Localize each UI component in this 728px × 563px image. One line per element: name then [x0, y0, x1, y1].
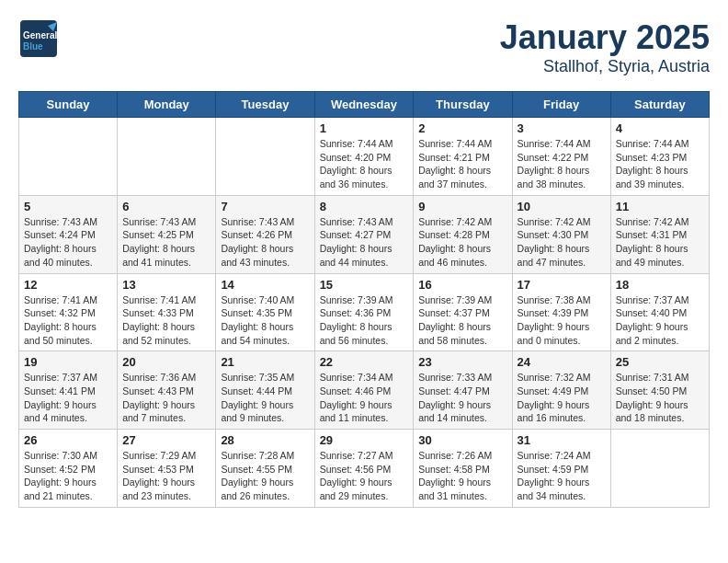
day-number: 1: [320, 121, 409, 135]
day-number: 15: [320, 278, 409, 292]
title-block: January 2025 Stallhof, Styria, Austria: [500, 18, 710, 76]
day-number: 21: [221, 355, 309, 369]
day-number: 14: [221, 278, 309, 292]
calendar-cell: 4Sunrise: 7:44 AMSunset: 4:23 PMDaylight…: [610, 118, 709, 196]
day-info: Sunrise: 7:41 AMSunset: 4:32 PMDaylight:…: [24, 293, 112, 348]
day-number: 9: [418, 200, 506, 213]
calendar-cell: 25Sunrise: 7:31 AMSunset: 4:50 PMDayligh…: [610, 351, 709, 430]
calendar-cell: 15Sunrise: 7:39 AMSunset: 4:36 PMDayligh…: [314, 273, 414, 351]
day-number: 12: [24, 278, 112, 292]
day-info: Sunrise: 7:39 AMSunset: 4:36 PMDaylight:…: [320, 293, 409, 348]
day-number: 19: [24, 355, 112, 369]
day-info: Sunrise: 7:31 AMSunset: 4:50 PMDaylight:…: [616, 371, 704, 425]
calendar-cell: 26Sunrise: 7:30 AMSunset: 4:52 PMDayligh…: [19, 430, 118, 508]
calendar-cell: 17Sunrise: 7:38 AMSunset: 4:39 PMDayligh…: [512, 273, 610, 351]
day-number: 7: [221, 200, 309, 213]
day-info: Sunrise: 7:41 AMSunset: 4:33 PMDaylight:…: [122, 293, 210, 348]
day-info: Sunrise: 7:43 AMSunset: 4:25 PMDaylight:…: [122, 215, 210, 270]
calendar-cell: 14Sunrise: 7:40 AMSunset: 4:35 PMDayligh…: [216, 273, 314, 351]
day-info: Sunrise: 7:30 AMSunset: 4:52 PMDaylight:…: [24, 449, 112, 503]
calendar-cell: 18Sunrise: 7:37 AMSunset: 4:40 PMDayligh…: [610, 273, 709, 351]
calendar-cell: 5Sunrise: 7:43 AMSunset: 4:24 PMDaylight…: [19, 195, 118, 273]
svg-text:Blue: Blue: [23, 41, 43, 52]
calendar-cell: 7Sunrise: 7:43 AMSunset: 4:26 PMDaylight…: [216, 195, 314, 273]
day-info: Sunrise: 7:27 AMSunset: 4:56 PMDaylight:…: [320, 449, 409, 503]
calendar-cell: [216, 118, 314, 196]
calendar-cell: [610, 430, 709, 508]
calendar-table: SundayMondayTuesdayWednesdayThursdayFrid…: [18, 91, 710, 508]
day-number: 28: [221, 433, 309, 447]
day-info: Sunrise: 7:38 AMSunset: 4:39 PMDaylight:…: [518, 293, 606, 348]
calendar-cell: 22Sunrise: 7:34 AMSunset: 4:46 PMDayligh…: [314, 351, 414, 430]
calendar-cell: 31Sunrise: 7:24 AMSunset: 4:59 PMDayligh…: [512, 430, 610, 508]
day-number: 3: [518, 121, 606, 135]
logo-icon: General Blue: [18, 18, 59, 59]
calendar-cell: 9Sunrise: 7:42 AMSunset: 4:28 PMDaylight…: [414, 195, 512, 273]
calendar-cell: 11Sunrise: 7:42 AMSunset: 4:31 PMDayligh…: [610, 195, 709, 273]
calendar-cell: 8Sunrise: 7:43 AMSunset: 4:27 PMDaylight…: [314, 195, 414, 273]
calendar-cell: 1Sunrise: 7:44 AMSunset: 4:20 PMDaylight…: [314, 118, 414, 196]
day-info: Sunrise: 7:36 AMSunset: 4:43 PMDaylight:…: [122, 371, 210, 425]
weekday-header-saturday: Saturday: [610, 92, 709, 118]
calendar-cell: 19Sunrise: 7:37 AMSunset: 4:41 PMDayligh…: [19, 351, 118, 430]
day-number: 11: [616, 200, 704, 213]
page-header: General Blue January 2025 Stallhof, Styr…: [18, 18, 710, 76]
day-number: 4: [616, 121, 704, 135]
weekday-header-thursday: Thursday: [414, 92, 512, 118]
day-info: Sunrise: 7:44 AMSunset: 4:21 PMDaylight:…: [418, 137, 506, 191]
calendar-cell: 2Sunrise: 7:44 AMSunset: 4:21 PMDaylight…: [414, 118, 512, 196]
day-number: 6: [122, 200, 210, 213]
day-info: Sunrise: 7:37 AMSunset: 4:41 PMDaylight:…: [24, 371, 112, 425]
calendar-cell: 16Sunrise: 7:39 AMSunset: 4:37 PMDayligh…: [414, 273, 512, 351]
day-info: Sunrise: 7:28 AMSunset: 4:55 PMDaylight:…: [221, 449, 309, 503]
day-info: Sunrise: 7:43 AMSunset: 4:26 PMDaylight:…: [221, 215, 309, 270]
day-info: Sunrise: 7:34 AMSunset: 4:46 PMDaylight:…: [320, 371, 409, 425]
day-info: Sunrise: 7:42 AMSunset: 4:28 PMDaylight:…: [418, 215, 506, 270]
day-number: 23: [418, 355, 506, 369]
weekday-header-tuesday: Tuesday: [216, 92, 314, 118]
weekday-header-sunday: Sunday: [19, 92, 118, 118]
calendar-cell: [118, 118, 216, 196]
calendar-header: SundayMondayTuesdayWednesdayThursdayFrid…: [19, 92, 710, 118]
day-number: 31: [518, 433, 606, 447]
day-info: Sunrise: 7:44 AMSunset: 4:23 PMDaylight:…: [616, 137, 704, 191]
calendar-cell: 12Sunrise: 7:41 AMSunset: 4:32 PMDayligh…: [19, 273, 118, 351]
day-info: Sunrise: 7:43 AMSunset: 4:24 PMDaylight:…: [24, 215, 112, 270]
day-info: Sunrise: 7:44 AMSunset: 4:20 PMDaylight:…: [320, 137, 409, 191]
day-info: Sunrise: 7:37 AMSunset: 4:40 PMDaylight:…: [616, 293, 704, 348]
calendar-cell: 21Sunrise: 7:35 AMSunset: 4:44 PMDayligh…: [216, 351, 314, 430]
day-info: Sunrise: 7:42 AMSunset: 4:31 PMDaylight:…: [616, 215, 704, 270]
day-info: Sunrise: 7:43 AMSunset: 4:27 PMDaylight:…: [320, 215, 409, 270]
logo: General Blue: [18, 18, 59, 59]
day-number: 18: [616, 278, 704, 292]
day-number: 2: [418, 121, 506, 135]
day-info: Sunrise: 7:24 AMSunset: 4:59 PMDaylight:…: [518, 449, 606, 503]
day-number: 24: [518, 355, 606, 369]
calendar-cell: 27Sunrise: 7:29 AMSunset: 4:53 PMDayligh…: [118, 430, 216, 508]
svg-text:General: General: [23, 30, 57, 40]
calendar-cell: 29Sunrise: 7:27 AMSunset: 4:56 PMDayligh…: [314, 430, 414, 508]
month-title: January 2025: [500, 18, 710, 57]
day-number: 27: [122, 433, 210, 447]
day-info: Sunrise: 7:29 AMSunset: 4:53 PMDaylight:…: [122, 449, 210, 503]
day-info: Sunrise: 7:39 AMSunset: 4:37 PMDaylight:…: [418, 293, 506, 348]
day-number: 25: [616, 355, 704, 369]
weekday-header-wednesday: Wednesday: [314, 92, 414, 118]
calendar-cell: 20Sunrise: 7:36 AMSunset: 4:43 PMDayligh…: [118, 351, 216, 430]
calendar-cell: 3Sunrise: 7:44 AMSunset: 4:22 PMDaylight…: [512, 118, 610, 196]
calendar-cell: 24Sunrise: 7:32 AMSunset: 4:49 PMDayligh…: [512, 351, 610, 430]
calendar-cell: 23Sunrise: 7:33 AMSunset: 4:47 PMDayligh…: [414, 351, 512, 430]
calendar-cell: 30Sunrise: 7:26 AMSunset: 4:58 PMDayligh…: [414, 430, 512, 508]
weekday-header-friday: Friday: [512, 92, 610, 118]
day-number: 26: [24, 433, 112, 447]
day-info: Sunrise: 7:33 AMSunset: 4:47 PMDaylight:…: [418, 371, 506, 425]
weekday-header-monday: Monday: [118, 92, 216, 118]
day-number: 30: [418, 433, 506, 447]
calendar-cell: 28Sunrise: 7:28 AMSunset: 4:55 PMDayligh…: [216, 430, 314, 508]
day-number: 29: [320, 433, 409, 447]
day-number: 13: [122, 278, 210, 292]
day-info: Sunrise: 7:44 AMSunset: 4:22 PMDaylight:…: [518, 137, 606, 191]
calendar-cell: [19, 118, 118, 196]
calendar-cell: 10Sunrise: 7:42 AMSunset: 4:30 PMDayligh…: [512, 195, 610, 273]
day-number: 5: [24, 200, 112, 213]
